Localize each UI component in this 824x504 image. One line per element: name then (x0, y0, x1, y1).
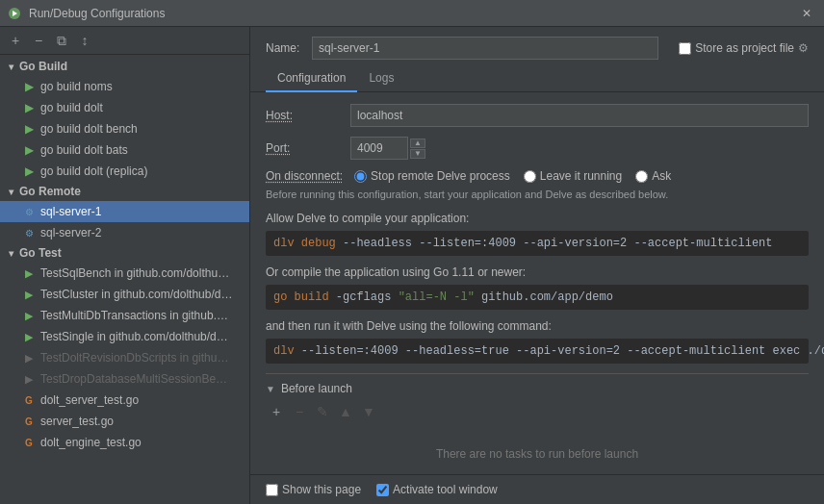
list-item[interactable]: ⚙ sql-server-1 (0, 201, 249, 222)
radio-stop-input[interactable] (354, 170, 367, 183)
list-item[interactable]: ▶ TestMultiDbTransactions in github.com/… (0, 305, 249, 326)
before-launch-header: ▼ Before launch (266, 382, 809, 395)
port-wrap: ▲ ▼ (350, 137, 425, 160)
right-panel: Name: Store as project file ⚙ Configurat… (250, 27, 824, 504)
go-build-label: Go Build (19, 60, 67, 73)
item-label: dolt_engine_test.go (40, 436, 142, 449)
before-launch-remove-button: − (289, 401, 310, 422)
item-label: go build noms (40, 80, 113, 93)
list-item[interactable]: ▶ go build noms (0, 76, 249, 97)
activate-tool-window-checkbox[interactable] (376, 484, 389, 496)
list-item[interactable]: G dolt_engine_test.go (0, 432, 249, 453)
run-icon: ▶ (21, 142, 37, 158)
host-input[interactable] (350, 104, 809, 127)
compile-label: Allow Delve to compile your application: (266, 212, 809, 225)
host-label: Host: (266, 109, 343, 122)
list-item[interactable]: ▶ go build dolt (replica) (0, 161, 249, 182)
show-page-checkbox[interactable] (266, 484, 278, 496)
disconnect-label: On disconnect: (266, 169, 343, 183)
show-page-label: Show this page (282, 483, 361, 496)
list-item[interactable]: ▶ go build dolt (0, 97, 249, 118)
add-config-button[interactable]: + (6, 31, 25, 50)
activate-label: Activate tool window (393, 483, 498, 496)
before-launch-label: Before launch (281, 382, 352, 395)
item-label: sql-server-1 (40, 205, 101, 218)
tree-group-go-test[interactable]: ▾ Go Test (0, 243, 249, 263)
port-increment-button[interactable]: ▲ (410, 139, 425, 148)
radio-leave-input[interactable] (524, 170, 536, 183)
dlv-exec-cmd-block: dlv --listen=:4009 --headless=true --api… (266, 339, 809, 364)
list-item[interactable]: ▶ go build dolt bats (0, 139, 249, 161)
list-item[interactable]: ▶ TestDoltRevisionDbScripts in github.co… (0, 347, 249, 368)
run-icon: ▶ (21, 100, 37, 115)
before-launch-collapse-icon[interactable]: ▼ (266, 384, 275, 394)
go-remote-label: Go Remote (19, 185, 81, 198)
gear-icon[interactable]: ⚙ (798, 41, 809, 55)
port-label: Port: (266, 141, 343, 155)
item-label: go build dolt bench (40, 122, 138, 136)
sort-config-button[interactable]: ↕ (75, 31, 94, 50)
window-title: Run/Debug Configurations (29, 7, 797, 20)
radio-ask[interactable]: Ask (635, 169, 671, 183)
tree-group-go-build[interactable]: ▾ Go Build (0, 57, 249, 76)
test-icon: ▶ (21, 287, 37, 302)
host-row: Host: (266, 104, 809, 127)
config-icon: ⚙ (21, 204, 37, 219)
port-spinners: ▲ ▼ (410, 139, 425, 159)
compile-cmd-block: dlv debug --headless --listen=:4009 --ap… (266, 231, 809, 256)
radio-ask-input[interactable] (635, 170, 648, 183)
list-item[interactable]: G server_test.go (0, 411, 249, 432)
or-label: Or compile the application using Go 1.11… (266, 265, 809, 279)
item-label: TestDropDatabaseMultiSessionBehavior in … (40, 372, 233, 386)
port-decrement-button[interactable]: ▼ (410, 149, 425, 159)
window-icon (8, 6, 23, 21)
name-row: Name: Store as project file ⚙ (250, 27, 824, 65)
before-launch-add-button[interactable]: + (266, 401, 287, 422)
list-item[interactable]: ⚙ sql-server-2 (0, 222, 249, 243)
port-input[interactable] (350, 137, 408, 160)
before-launch-toolbar: + − ✎ ▲ ▼ (266, 401, 809, 422)
bottom-bar: Show this page Activate tool window (250, 474, 824, 504)
list-item[interactable]: ▶ TestCluster in github.com/dolthub/dolt… (0, 284, 249, 305)
item-label: TestSingle in github.com/dolthub/dolt/in… (40, 330, 233, 343)
list-item[interactable]: G dolt_server_test.go (0, 390, 249, 411)
remove-config-button[interactable]: − (29, 31, 48, 50)
test-icon: ▶ (21, 350, 37, 365)
list-item[interactable]: ▶ TestSingle in github.com/dolthub/dolt/… (0, 326, 249, 347)
list-item[interactable]: ▶ TestDropDatabaseMultiSessionBehavior i… (0, 368, 249, 390)
tab-configuration[interactable]: Configuration (266, 65, 357, 92)
before-launch-down-button: ▼ (358, 401, 379, 422)
store-project-checkbox[interactable] (679, 42, 691, 55)
title-bar: Run/Debug Configurations ✕ (0, 0, 824, 27)
show-page-wrap: Show this page (266, 483, 361, 496)
left-panel: + − ⧉ ↕ ▾ Go Build ▶ go build noms ▶ go … (0, 27, 250, 504)
tree-group-go-remote[interactable]: ▾ Go Remote (0, 182, 249, 201)
activate-wrap: Activate tool window (376, 483, 498, 496)
go-icon: G (21, 435, 37, 450)
item-label: server_test.go (40, 415, 114, 428)
before-launch-empty: There are no tasks to run before launch (266, 428, 809, 474)
store-project-label: Store as project file (695, 41, 794, 55)
item-label: go build dolt (replica) (40, 164, 147, 178)
radio-leave[interactable]: Leave it running (524, 169, 622, 183)
copy-config-button[interactable]: ⧉ (52, 31, 71, 50)
list-item[interactable]: ▶ TestSqlBench in github.com/dolthub/dol… (0, 263, 249, 284)
go-test-arrow: ▾ (4, 246, 17, 260)
run-icon: ▶ (21, 164, 37, 179)
radio-ask-label: Ask (652, 169, 671, 183)
name-input[interactable] (312, 37, 658, 60)
run-icon: ▶ (21, 79, 37, 94)
go-build-cmd-block: go build -gcflags "all=-N -l" github.com… (266, 285, 809, 310)
radio-stop[interactable]: Stop remote Delve process (354, 169, 510, 183)
test-icon: ▶ (21, 371, 37, 387)
item-label: sql-server-2 (40, 226, 101, 239)
item-label: TestSqlBench in github.com/dolthub/dolt/… (40, 266, 233, 280)
radio-stop-label: Stop remote Delve process (371, 169, 510, 183)
store-project-wrap: Store as project file ⚙ (679, 41, 809, 55)
item-label: go build dolt (40, 101, 103, 114)
before-launch-up-button: ▲ (335, 401, 356, 422)
test-icon: ▶ (21, 265, 37, 281)
tab-logs[interactable]: Logs (357, 65, 405, 92)
close-button[interactable]: ✕ (797, 4, 816, 23)
list-item[interactable]: ▶ go build dolt bench (0, 118, 249, 139)
